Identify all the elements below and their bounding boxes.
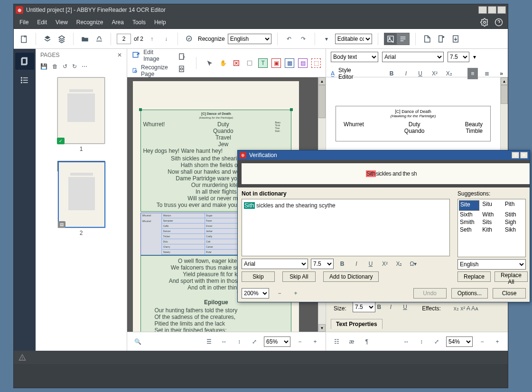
dlg-font-select[interactable]: Arial [242,259,308,269]
menu-area[interactable]: Area [111,17,125,28]
menu-help[interactable]: Help [153,17,167,28]
text-area-icon[interactable]: T [258,58,268,68]
dialog-close-button[interactable]: ✕ [520,152,528,159]
output-format-select[interactable]: Editable co [335,34,372,44]
r-fit-height-icon[interactable]: ↕ [416,336,427,347]
text-expand-icon[interactable]: ▾ [473,54,476,60]
suggestion-item[interactable]: Situ [481,200,502,211]
dlg-size-select[interactable]: 7.5 [311,259,334,269]
add-to-dictionary-button[interactable]: Add to Dictionary [323,271,379,282]
replace-all-button[interactable]: Replace All [495,271,528,282]
tp-case-icon[interactable]: Aᴀ [471,305,478,312]
show-pilcrow-icon[interactable]: ¶ [361,336,373,347]
suggestion-item[interactable]: Sigh [504,218,524,226]
zoom-out-icon[interactable]: − [294,336,306,347]
zoom-tool-icon[interactable]: 🔍 [132,336,143,347]
fit-list-icon[interactable]: ☰ [203,336,215,347]
pages-rotate-right-icon[interactable]: ↻ [72,63,77,70]
pages-close-button[interactable]: ✕ [117,52,122,58]
r-zoom-out-icon[interactable]: − [476,336,488,347]
table-area-icon[interactable]: ▦ [285,58,294,68]
suggestion-item[interactable]: Sits [481,218,502,226]
center-zoom-select[interactable]: 65% [264,336,290,347]
scan-button[interactable] [93,33,105,45]
tp-underline-button[interactable]: U [403,304,414,315]
dialog-help-button[interactable]: ? [512,152,519,159]
dlg-zoom-in-icon[interactable]: + [290,288,301,299]
dlg-sub-button[interactable]: X₂ [393,258,405,270]
suggestion-item[interactable]: Sikh [504,226,524,233]
right-zoom-select[interactable]: 54% [446,336,473,347]
menu-view[interactable]: View [55,17,69,28]
undo-button[interactable]: Undo [413,288,447,299]
size-select[interactable]: 7.5 [448,52,469,62]
show-lines-icon[interactable]: ☷ [331,336,342,347]
view-text-button[interactable] [397,33,409,45]
picture-area-icon[interactable]: ▣ [271,58,281,68]
redo-button[interactable]: ↷ [298,33,309,45]
close-button[interactable]: ✕ [497,6,506,14]
options-button[interactable]: Options... [451,288,488,299]
dictionary-lang-select[interactable]: English [457,259,526,270]
recognition-area-icon[interactable]: ⬚ [311,58,321,68]
menu-recognize[interactable]: Recognize [75,17,104,28]
tp-size-select[interactable]: 7.5 [353,302,375,312]
suggestion-item[interactable]: Sixth [459,211,479,218]
page-number-input[interactable] [117,34,131,44]
tp-italic-button[interactable]: I [390,304,401,315]
warning-icon[interactable] [19,354,26,361]
suggestions-list[interactable]: Site Situ Pith Sixth With Stith Smith Si… [457,199,526,257]
delete-area-icon[interactable] [232,58,241,68]
suggestion-item[interactable]: Kith [481,226,502,233]
close-dialog-button[interactable]: Close [493,288,526,299]
page-thumbnail-2[interactable]: ▤ 2 [57,161,105,171]
analyze-layout-icon[interactable] [177,52,187,62]
tp-sup-icon[interactable]: x² [460,305,465,312]
text-properties-tab[interactable]: Text Properties [331,319,382,329]
menu-file[interactable]: File [19,17,29,28]
dlg-zoom-out-icon[interactable]: − [274,288,285,299]
pages-save-icon[interactable]: 💾 [40,63,47,70]
minimize-button[interactable]: _ [478,6,487,14]
fit-page-icon[interactable]: ⤢ [249,336,260,347]
dlg-omega-button[interactable]: Ω▾ [408,258,419,270]
style-editor-icon[interactable]: A̲ [331,70,335,77]
edit-image-button[interactable]: Edit Image [132,49,170,62]
menu-tools[interactable]: Tools [131,17,147,28]
dlg-sup-button[interactable]: X² [379,258,391,270]
replace-button[interactable]: Replace [457,271,491,282]
dropdown-button[interactable]: ▾ [321,33,332,45]
tp-bold-button[interactable]: B [377,304,388,315]
show-chars-icon[interactable]: æ [346,336,357,347]
more-format-icon[interactable]: » [500,70,503,77]
r-fit-width-icon[interactable]: ↔ [401,336,412,347]
font-select[interactable]: Arial [382,52,444,62]
send-button[interactable] [436,33,447,45]
pages-delete-icon[interactable]: 🗑 [52,63,58,70]
nav-list[interactable] [15,72,34,89]
style-select[interactable]: Body text [331,52,378,62]
prev-page-button[interactable]: ↑ [146,33,158,45]
menu-edit[interactable]: Edit [36,17,48,28]
nav-pages[interactable] [15,53,34,70]
pages-rotate-left-icon[interactable]: ↺ [63,63,67,70]
suggestion-item[interactable]: Site [459,200,479,211]
view-image-button[interactable] [384,33,397,45]
recognize-label[interactable]: Recognize [198,36,225,42]
correction-textbox[interactable]: Sith sickles and the shearing scythe [242,199,450,256]
suggestion-item[interactable]: Seth [459,226,479,233]
suggestion-item[interactable]: Pith [504,200,524,211]
add-pages-button[interactable] [42,33,53,45]
fit-width-icon[interactable]: ↔ [218,336,230,347]
dlg-zoom-select[interactable]: 200% [242,288,269,299]
pointer-tool-icon[interactable] [205,58,215,68]
barcode-area-icon[interactable]: ▤ [298,58,308,68]
recognize-page-button[interactable]: Recognize Page [132,64,170,77]
folder-button[interactable] [79,33,91,45]
page-thumbnail-1[interactable]: ✓ 1 [57,77,105,152]
maximize-button[interactable]: □ [488,6,496,14]
dlg-italic-button[interactable]: I [351,258,362,270]
suggestion-item[interactable]: Stith [504,211,524,218]
dlg-underline-button[interactable]: U [365,258,376,270]
suggestion-item[interactable]: With [481,211,502,218]
